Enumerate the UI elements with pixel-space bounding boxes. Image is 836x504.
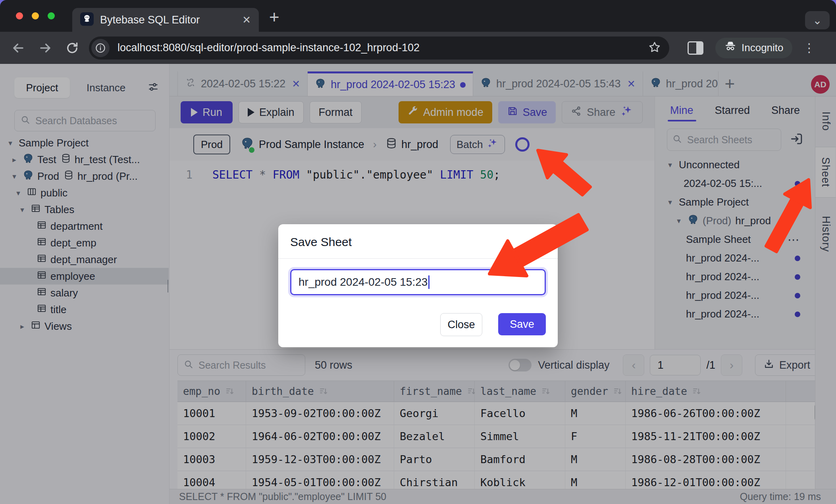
site-info-icon[interactable]: [91, 39, 110, 57]
browser-tab-title: Bytebase SQL Editor: [100, 14, 242, 26]
window-minimize-button[interactable]: [32, 12, 39, 19]
browser-menu-icon[interactable]: ⋮: [803, 41, 815, 55]
dialog-divider: [278, 258, 558, 259]
reload-button[interactable]: [64, 39, 81, 57]
sheet-name-input[interactable]: hr_prod 2024-02-05 15:23: [290, 269, 546, 295]
address-bar[interactable]: localhost:8080/sql-editor/prod-sample-in…: [89, 37, 669, 60]
split-screen-icon[interactable]: [688, 41, 703, 55]
incognito-label: Incognito: [742, 42, 784, 54]
dialog-title: Save Sheet: [290, 235, 352, 249]
tab-search-button[interactable]: ⌄: [805, 11, 830, 29]
chevron-down-icon: ⌄: [813, 14, 822, 27]
forward-button[interactable]: [37, 39, 54, 57]
incognito-badge: Incognito: [715, 38, 792, 58]
browser-tab-close-icon[interactable]: ✕: [242, 14, 251, 26]
browser-toolbar: localhost:8080/sql-editor/prod-sample-in…: [0, 32, 836, 64]
bytebase-favicon-icon: [80, 12, 94, 27]
browser-tabstrip: Bytebase SQL Editor ✕ + ⌄: [0, 0, 836, 32]
screenshot-root: Bytebase SQL Editor ✕ + ⌄ localhost:8080…: [0, 0, 836, 504]
dialog-close-button[interactable]: Close: [440, 313, 482, 336]
url-text: localhost:8080/sql-editor/prod-sample-in…: [118, 42, 648, 54]
new-tab-button[interactable]: +: [269, 7, 279, 27]
sheet-name-value: hr_prod 2024-02-05 15:23: [299, 276, 428, 289]
bookmark-star-icon[interactable]: [648, 40, 661, 56]
back-button[interactable]: [10, 39, 27, 57]
browser-tab[interactable]: Bytebase SQL Editor ✕: [72, 8, 259, 32]
text-cursor: [428, 275, 430, 289]
dialog-close-icon[interactable]: ✕: [534, 236, 544, 248]
incognito-hat-icon: [724, 40, 737, 56]
window-controls: [16, 12, 55, 19]
save-sheet-dialog: Save Sheet ✕ hr_prod 2024-02-05 15:23 Cl…: [278, 224, 558, 347]
window-zoom-button[interactable]: [48, 12, 55, 19]
window-close-button[interactable]: [16, 12, 23, 19]
dialog-save-button[interactable]: Save: [498, 313, 546, 335]
